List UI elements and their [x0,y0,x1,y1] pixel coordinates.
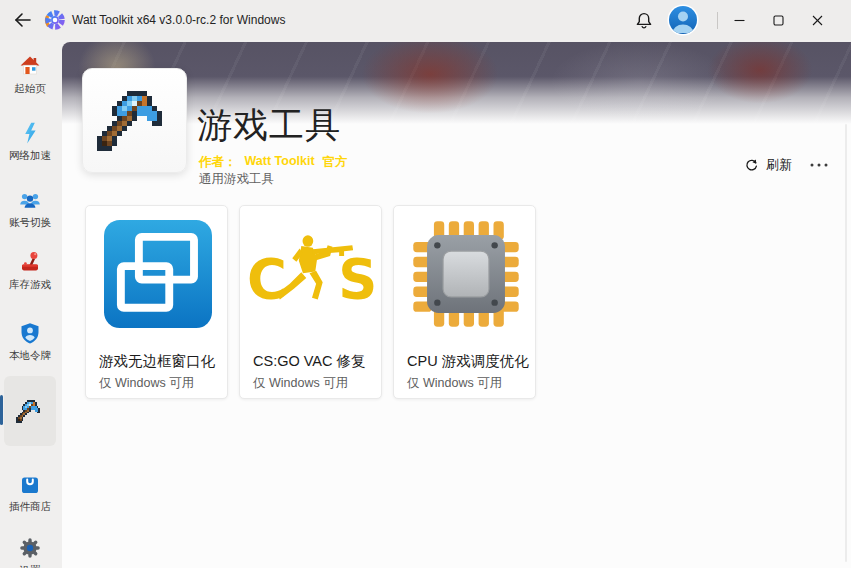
refresh-icon [744,158,759,173]
house-icon [18,54,42,78]
sidebar: 起始页 网络加速 账号切换 库存游 [0,40,60,568]
app-logo-icon [44,9,66,31]
shopping-bag-icon [18,472,42,496]
notification-bell-button[interactable] [634,11,654,30]
main-pane: 游戏工具 作者： Watt Toolkit 官方 通用游戏工具 刷新 [62,42,851,568]
pixel-axe-icon [97,91,172,151]
sidebar-item-network-accel[interactable]: 网络加速 [0,121,60,163]
minimize-button[interactable] [722,0,756,40]
titlebar: Watt Toolkit x64 v3.0.0-rc.2 for Windows [0,0,851,40]
sidebar-item-home[interactable]: 起始页 [0,54,60,96]
window-title: Watt Toolkit x64 v3.0.0-rc.2 for Windows [72,0,285,40]
maximize-button[interactable] [761,0,795,40]
selected-indicator [0,395,3,425]
sidebar-item-label: 插件商店 [9,500,51,514]
tool-card-subtitle: 仅 Windows 可用 [407,375,502,392]
sidebar-item-settings[interactable]: 设置 [0,536,60,568]
sidebar-item-local-token[interactable]: 本地令牌 [0,321,60,363]
user-avatar[interactable] [666,3,700,37]
sidebar-item-account-switch[interactable]: 账号切换 [0,188,60,230]
sidebar-item-plugin-store[interactable]: 插件商店 [0,472,60,514]
svg-text:S: S [338,248,377,311]
tool-card-title: CS:GO VAC 修复 [253,352,366,371]
lightning-icon [18,121,42,145]
svg-text:C: C [247,248,287,311]
pixel-axe-icon [16,400,44,423]
borderless-window-icon [104,220,212,328]
sidebar-item-game-tools[interactable] [4,376,56,446]
tool-card-title: 游戏无边框窗口化 [99,352,215,371]
ellipsis-icon [809,162,829,168]
tool-card-title: CPU 游戏调度优化 [407,352,529,371]
csgo-logo-icon: C S [247,232,377,316]
titlebar-separator [717,12,718,29]
tool-card-borderless-window[interactable]: 游戏无边框窗口化 仅 Windows 可用 [85,205,228,399]
page-description: 通用游戏工具 [199,171,274,188]
tool-card-subtitle: 仅 Windows 可用 [99,375,194,392]
tool-card-csgo-vac-fix[interactable]: C S CS:GO VAC 修复 仅 Windows 可用 [239,205,382,399]
shield-person-icon [18,321,42,345]
gear-icon [18,536,42,560]
sidebar-item-label: 库存游戏 [9,278,51,292]
author-label: 作者： [199,154,237,171]
refresh-label: 刷新 [766,156,792,174]
people-group-icon [18,188,42,212]
back-button[interactable] [12,10,34,30]
more-options-button[interactable] [802,152,836,178]
close-button[interactable] [800,0,834,40]
tool-card-subtitle: 仅 Windows 可用 [253,375,348,392]
author-suffix: 官方 [323,154,348,171]
tool-card-cpu-scheduler[interactable]: CPU 游戏调度优化 仅 Windows 可用 [393,205,536,399]
author-line: 作者： Watt Toolkit 官方 [199,154,348,171]
refresh-button[interactable]: 刷新 [738,152,798,178]
scrollbar[interactable] [845,124,847,562]
tool-app-icon-card [82,68,187,173]
sidebar-item-label: 本地令牌 [9,349,51,363]
page-title: 游戏工具 [197,102,341,149]
author-name: Watt Toolkit [245,154,315,171]
sidebar-item-label: 网络加速 [9,149,51,163]
tool-card-list: 游戏无边框窗口化 仅 Windows 可用 C S [85,205,536,399]
cpu-chip-icon [411,219,521,329]
sidebar-item-label: 起始页 [14,82,46,96]
sidebar-item-library-games[interactable]: 库存游戏 [0,250,60,292]
sidebar-item-label: 设置 [20,564,41,568]
joystick-icon [18,250,42,274]
sidebar-item-label: 账号切换 [9,216,51,230]
